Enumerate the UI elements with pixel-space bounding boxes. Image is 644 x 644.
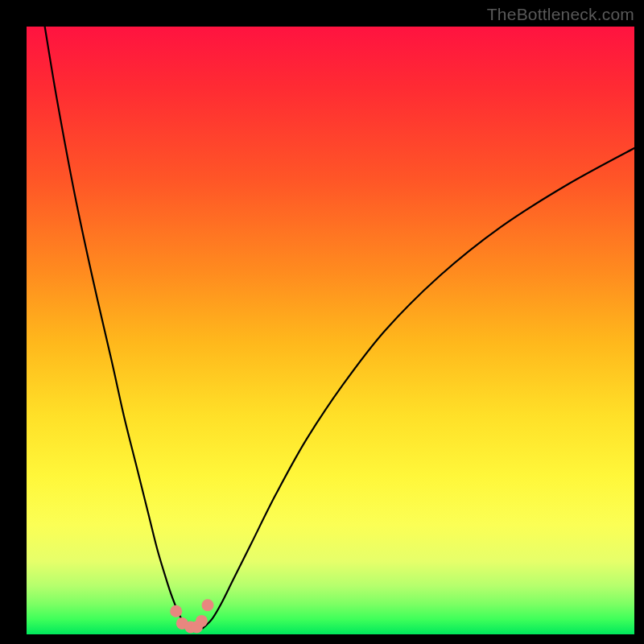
plot-area [27, 27, 634, 634]
marker-point [170, 605, 182, 617]
curve-right-branch [203, 148, 634, 628]
minimum-markers [170, 599, 213, 633]
curve-layer [27, 27, 634, 634]
curve-left-branch [45, 27, 188, 628]
watermark-text: TheBottleneck.com [487, 5, 634, 24]
marker-point [201, 599, 213, 611]
chart-frame: TheBottleneck.com [0, 0, 644, 644]
marker-point [196, 615, 208, 627]
